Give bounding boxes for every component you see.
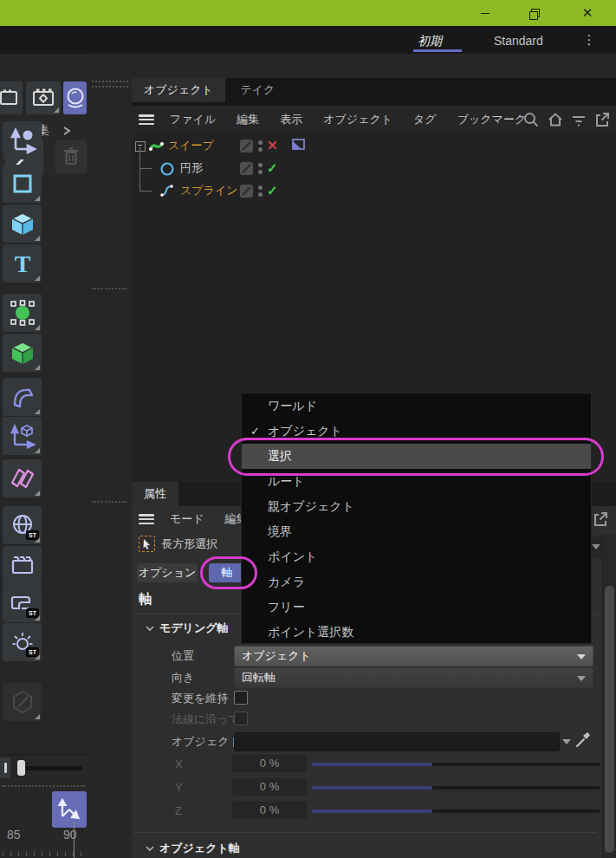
menu-item-point-selection-count[interactable]: ポイント選択数 xyxy=(242,620,591,645)
menu-item-points[interactable]: ポイント xyxy=(242,544,591,569)
timeline-ruler[interactable] xyxy=(0,848,87,858)
tree-row-spline[interactable]: スプライン ✓ xyxy=(132,179,616,202)
sweep-deformer-button[interactable] xyxy=(3,378,42,416)
tree-row-sweep[interactable]: − スイープ ✕ xyxy=(132,134,616,157)
z-slider[interactable] xyxy=(311,809,600,813)
object-link-label: オブジェクト xyxy=(172,734,241,750)
collapse-icon[interactable]: − xyxy=(135,141,146,152)
object-manager-menubar: ファイル 編集 表示 オブジェクト タグ ブックマーク xyxy=(132,106,616,134)
object-link-dropdown-arrow[interactable] xyxy=(562,739,571,744)
x-value-field[interactable]: 0 % xyxy=(232,755,307,772)
tree-label-circle[interactable]: 円形 xyxy=(180,160,203,176)
menu-edit[interactable]: 編集 xyxy=(226,107,269,133)
film-tool-button[interactable] xyxy=(0,81,23,114)
material-sphere-icon xyxy=(64,86,87,110)
enabled-check-icon[interactable]: ✓ xyxy=(267,183,278,198)
tab-objects[interactable]: オブジェクト xyxy=(132,78,225,102)
menu-item-camera[interactable]: カメラ xyxy=(242,569,591,595)
point-sphere-tool-button[interactable] xyxy=(3,294,42,332)
x-slider[interactable] xyxy=(311,763,600,766)
hamburger-menu-icon[interactable] xyxy=(139,114,154,125)
attribute-scrollbar[interactable] xyxy=(602,534,616,858)
z-value-field[interactable]: 0 % xyxy=(232,802,307,819)
material-manager-button[interactable] xyxy=(63,81,87,114)
axis-cube-tool-button[interactable] xyxy=(3,417,42,455)
render-settings-button[interactable] xyxy=(26,81,61,114)
orientation-dropdown[interactable]: 回転軸 xyxy=(234,667,593,688)
toolbar-divider-3 xyxy=(92,501,126,503)
application-window: ─ ✕ 初期 Standard ⋮ 編集 xyxy=(0,0,616,858)
tree-row-circle[interactable]: 円形 ✓ xyxy=(132,157,616,179)
restore-button[interactable] xyxy=(516,0,551,26)
sky-object-button[interactable]: ST xyxy=(3,506,42,544)
layout-tab-standard[interactable]: Standard xyxy=(494,31,543,50)
menu-item-parent-object[interactable]: 親オブジェクト xyxy=(242,494,591,519)
scrollbar-thumb[interactable] xyxy=(605,586,614,853)
light-object-button[interactable]: ST xyxy=(3,623,42,661)
search-icon[interactable] xyxy=(522,111,540,128)
menu-file[interactable]: ファイル xyxy=(159,107,226,133)
visibility-dots-icon[interactable] xyxy=(258,163,263,174)
move-axis-icon xyxy=(9,127,36,154)
camera-object-button[interactable]: ST xyxy=(3,584,42,622)
disabled-cross-icon[interactable]: ✕ xyxy=(267,138,278,153)
rectangle-tool-button[interactable] xyxy=(3,165,42,203)
group-modeling-axis[interactable]: モデリング軸 xyxy=(146,621,229,636)
hamburger-menu-icon[interactable] xyxy=(139,514,154,524)
tool-name-label: 長方形選択 xyxy=(161,536,217,552)
keep-changes-checkbox[interactable] xyxy=(234,691,248,705)
stage-object-button[interactable] xyxy=(3,546,42,584)
coordinates-manager-button[interactable] xyxy=(52,791,87,828)
menu-item-bounds[interactable]: 境界 xyxy=(242,519,591,544)
layout-tab-initial[interactable]: 初期 xyxy=(418,31,442,50)
edit-toggle-icon[interactable] xyxy=(240,140,253,153)
y-label: Y xyxy=(175,781,183,794)
spline-object-icon xyxy=(159,183,175,198)
menu-objects[interactable]: オブジェクト xyxy=(313,107,403,133)
visibility-dots-icon[interactable] xyxy=(258,140,263,152)
layout-menu-button[interactable]: ⋮ xyxy=(582,31,596,49)
left-slider-track[interactable] xyxy=(19,766,82,770)
visibility-dots-icon[interactable] xyxy=(258,185,263,197)
edit-toggle-icon[interactable] xyxy=(240,162,253,175)
symmetry-tool-button[interactable] xyxy=(3,459,42,497)
tree-label-spline[interactable]: スプライン xyxy=(180,183,238,198)
along-normals-checkbox[interactable] xyxy=(234,712,248,725)
layer-flag-icon[interactable] xyxy=(291,138,306,153)
y-value-field[interactable]: 0 % xyxy=(232,778,307,796)
minimize-button[interactable]: ─ xyxy=(468,0,503,26)
edit-mode-button-disabled[interactable] xyxy=(3,683,42,721)
menu-item-world[interactable]: ワールド xyxy=(242,393,591,419)
left-slider-handle[interactable] xyxy=(17,760,25,776)
tab-attributes[interactable]: 属性 xyxy=(132,482,178,506)
filter-icon[interactable] xyxy=(571,112,587,127)
popout-icon[interactable] xyxy=(593,111,611,128)
delete-button[interactable] xyxy=(55,140,87,173)
tab-takes[interactable]: テイク xyxy=(228,78,287,102)
options-tab-button[interactable]: オプション xyxy=(137,563,198,582)
x-label: X xyxy=(175,757,183,770)
home-icon[interactable] xyxy=(547,111,564,128)
edit-toggle-icon[interactable] xyxy=(240,185,253,198)
text-tool-button[interactable]: T xyxy=(3,244,42,283)
slider-edge-button[interactable] xyxy=(0,757,10,778)
tree-label-sweep[interactable]: スイープ xyxy=(168,138,214,153)
menu-view[interactable]: 表示 xyxy=(269,107,313,133)
enabled-check-icon[interactable]: ✓ xyxy=(267,160,278,176)
tool-palette xyxy=(88,54,132,858)
orientation-row: 向き 回転軸 xyxy=(132,666,616,687)
y-slider[interactable] xyxy=(311,786,600,790)
menu-item-free[interactable]: フリー xyxy=(242,595,591,620)
group-object-axis[interactable]: オブジェクト軸 xyxy=(146,841,240,856)
move-axis-tool-button[interactable] xyxy=(3,121,42,159)
menu-mode[interactable]: モード xyxy=(159,506,215,532)
rectangle-select-icon xyxy=(139,536,155,552)
close-button[interactable]: ✕ xyxy=(570,0,605,26)
popout-icon[interactable] xyxy=(592,510,609,528)
polygon-cube-tool-button[interactable] xyxy=(3,334,42,372)
pick-eyedropper-icon[interactable] xyxy=(574,731,592,749)
position-dropdown[interactable]: オブジェクト xyxy=(234,646,593,666)
menu-tags[interactable]: タグ xyxy=(403,107,447,133)
cube-primitive-button[interactable] xyxy=(3,205,42,243)
object-link-field[interactable] xyxy=(234,732,560,751)
